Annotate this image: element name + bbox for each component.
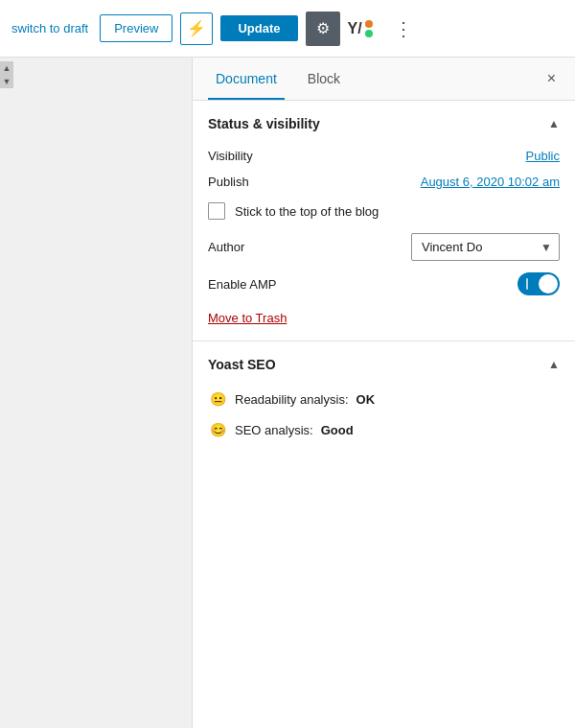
tab-block-label: Block [308, 71, 340, 86]
scrollbar[interactable]: ▲ ▼ [0, 58, 13, 92]
seo-smiley: 😊 [208, 420, 227, 439]
stick-to-top-label: Stick to the top of the blog [235, 204, 379, 219]
scroll-down-button[interactable]: ▼ [0, 75, 13, 88]
more-options-button[interactable]: ⋮ [390, 13, 417, 44]
status-visibility-header[interactable]: Status & visibility ▲ [208, 101, 560, 143]
yoast-dot-green [365, 30, 373, 37]
status-visibility-section: Status & visibility ▲ Visibility Public … [193, 101, 575, 341]
enable-amp-label: Enable AMP [208, 277, 277, 292]
yoast-seo-section: Yoast SEO ▲ 😐 Readability analysis: OK 😊… [193, 341, 575, 460]
lightning-button[interactable]: ⚡ [180, 12, 213, 45]
settings-button[interactable]: ⚙ [306, 12, 340, 46]
yoast-plugin-icon[interactable]: Y/ [348, 12, 382, 46]
close-panel-button[interactable]: × [543, 66, 560, 91]
author-select-wrapper: Vincent Do ▼ [411, 233, 560, 261]
yoast-seo-title: Yoast SEO [208, 357, 276, 372]
visibility-label: Visibility [208, 149, 253, 163]
tabs-bar: Document Block × [193, 58, 575, 101]
preview-button[interactable]: Preview [100, 14, 172, 42]
scroll-up-button[interactable]: ▲ [0, 61, 13, 75]
yoast-dot-orange [365, 20, 373, 28]
yoast-y-label: Y/ [348, 20, 362, 37]
gear-icon: ⚙ [316, 19, 330, 37]
enable-amp-row: Enable AMP [208, 267, 560, 301]
switch-to-draft-link[interactable]: switch to draft [12, 21, 88, 35]
toggle-knob [539, 274, 558, 294]
readability-row: 😐 Readability analysis: OK [208, 384, 560, 414]
seo-label: SEO analysis: [235, 423, 313, 437]
seo-row: 😊 SEO analysis: Good [208, 414, 560, 445]
main-area: ▲ ▼ Document Block × Status & visibility… [0, 58, 575, 728]
readability-smiley: 😐 [208, 389, 227, 409]
status-visibility-title: Status & visibility [208, 116, 320, 131]
tab-document[interactable]: Document [208, 58, 285, 100]
publish-value[interactable]: August 6, 2020 10:02 am [421, 175, 560, 189]
tab-document-label: Document [216, 71, 277, 86]
lightning-icon: ⚡ [187, 19, 206, 37]
yoast-dots [365, 20, 373, 37]
publish-row: Publish August 6, 2020 10:02 am [208, 169, 560, 195]
visibility-row: Visibility Public [208, 143, 560, 169]
author-select[interactable]: Vincent Do [411, 233, 560, 261]
author-row: Author Vincent Do ▼ [208, 227, 560, 267]
more-icon: ⋮ [394, 18, 413, 39]
tab-block[interactable]: Block [300, 58, 348, 100]
update-button[interactable]: Update [220, 15, 297, 41]
yoast-seo-header[interactable]: Yoast SEO ▲ [208, 341, 560, 384]
toolbar: switch to draft Preview ⚡ Update ⚙ Y/ ⋮ [0, 0, 575, 58]
publish-label: Publish [208, 175, 249, 189]
move-to-trash-link[interactable]: Move to Trash [208, 311, 287, 325]
visibility-value[interactable]: Public [526, 149, 560, 163]
enable-amp-toggle[interactable] [518, 272, 560, 295]
stick-to-top-checkbox[interactable] [208, 202, 225, 220]
yoast-chevron-up-icon: ▲ [548, 358, 560, 371]
sidebar-panel: Document Block × Status & visibility ▲ V… [192, 58, 575, 728]
readability-value: OK [356, 392, 376, 407]
toggle-line [526, 278, 528, 290]
readability-label: Readability analysis: [235, 392, 349, 407]
content-area: ▲ ▼ [0, 58, 192, 728]
chevron-up-icon: ▲ [548, 117, 560, 130]
seo-value: Good [321, 423, 354, 437]
stick-to-top-row: Stick to the top of the blog [208, 195, 560, 227]
author-label: Author [208, 240, 244, 254]
